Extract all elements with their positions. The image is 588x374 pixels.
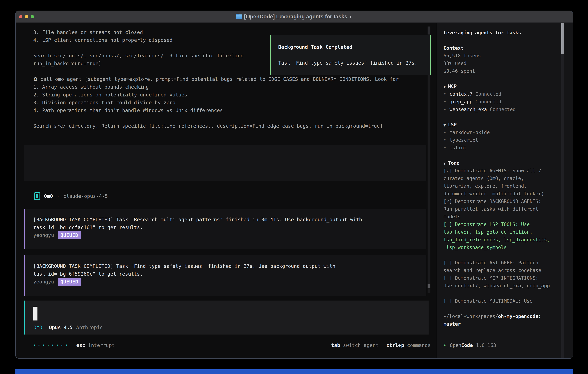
todo-line: [ ] Demonstrate MULTIMODAL: Use [443,297,573,305]
main-scrollbar-top-segment [428,27,430,34]
session-title: Leveraging agents for tasks [443,29,573,37]
context-header: Context [443,44,573,52]
text-cursor [33,307,37,321]
todo-line: [ ] Demonstrate AST-GREP: Pattern [443,259,573,267]
mcp-item: •context7Connected [443,90,573,98]
todo-line: Use context7, websearch_exa, grep_app [443,282,573,290]
model-provider: Anthropic [76,323,103,331]
context-tokens: 66,518 tokens [443,52,573,60]
bullet-icon: • [443,91,446,97]
activity-dots: •••••••• [33,341,70,349]
tab-key-hint: tab [331,341,340,349]
agent-header: OmO · claude-opus-4-5 [34,192,437,200]
todo-line: lsp_hover, lsp_goto_definition, [443,228,573,236]
task-user: yeongyu [33,278,54,286]
todo-line: [✓] Demonstrate BACKGROUND AGENTS: [443,197,573,205]
oracle-nav-hint: ctrl+x right, ctrl+x left to navigate be… [33,168,426,176]
mcp-list: •context7Connected •grep_appConnected •w… [443,90,573,113]
bullet-icon: • [443,137,446,143]
terminal-line: 1. Array access without bounds checking [33,83,437,91]
status-dot-icon: • [443,342,446,349]
todo-line: document-writer, multimodal-looker) [443,190,573,197]
agent-model: claude-opus-4-5 [63,192,108,200]
mcp-item: •grep_appConnected [443,98,573,105]
task-user: yeongyu [33,231,54,239]
window-title: [OpenCode] Leveraging agents for tasks ◐ [236,14,352,20]
active-agent: OmO [33,323,42,331]
ctrlp-key-hint: ctrl+p [386,341,404,349]
prompt-input[interactable]: OmO Opus 4.5 Anthropic [24,301,429,334]
main-scrollbar-thumb[interactable] [428,284,430,288]
agent-name: OmO [44,192,53,200]
status-bar: •••••••• esc interrupt tab switch agent … [33,341,431,349]
gear-icon: ⚙ [33,75,38,83]
mcp-item: •websearch_exaConnected [443,105,573,113]
lsp-item: •typescript [443,136,573,144]
bullet-icon: • [443,145,446,151]
active-model: Opus 4.5 [49,323,73,331]
lsp-section-header[interactable]: ▼LSP [443,121,573,129]
todo-line: lsp_workspace_symbols [443,244,573,251]
titlebar: [OpenCode] Leveraging agents for tasks ◐ [16,11,573,22]
todo-line: models [443,213,573,220]
terminal-line: 4. Path operations that don't handle Win… [33,106,437,114]
queued-badge: QUEUED [58,278,81,286]
toast-title: Background Task Completed [278,43,430,51]
desktop: [OpenCode] Leveraging agents for tasks ◐… [0,0,588,374]
traffic-lights [19,11,34,22]
oracle-task-title: ◉ Oracle Task "Deep architecture review" [33,153,426,160]
app-version: • OpenCode 1.0.163 [443,342,496,349]
todo-list: [✓] Demonstrate AGENTS: Show all 7 curat… [443,167,573,305]
queued-badge: QUEUED [58,231,81,239]
todo-line [443,290,573,297]
sidebar-scrollbar-thumb[interactable] [561,23,564,54]
todo-line [443,251,573,259]
todo-section-header[interactable]: ▼Todo [443,159,573,167]
chevron-down-icon: ▼ [443,161,446,166]
lsp-list: •markdown-oxide •typescript •eslint [443,129,573,152]
half-moon-icon: ◐ [349,14,352,20]
agent-cursor-icon [34,192,40,200]
mcp-section-header[interactable]: ▼MCP [443,83,573,90]
zoom-button[interactable] [31,15,34,18]
lsp-item: •eslint [443,144,573,152]
sidebar-scrollbar[interactable] [561,22,564,358]
chevron-down-icon: ▼ [443,123,446,127]
background-task-message: [BACKGROUND TASK COMPLETED] Task "Find t… [24,255,426,296]
git-branch: master [443,320,573,328]
todo-line: lsp_find_references, lsp_diagnostics, [443,236,573,244]
terminal-line [33,114,437,122]
context-used: 33% used [443,60,573,67]
task-message-line1: [BACKGROUND TASK COMPLETED] Task "Find t… [33,262,426,270]
tool-call-line: ⚙ call_omo_agent [subagent_type=explore,… [33,75,437,83]
bullet-icon: • [443,107,446,112]
lsp-item: •markdown-oxide [443,129,573,136]
esc-key-hint: esc [76,341,85,349]
background-task-message: [BACKGROUND TASK COMPLETED] Task "Resear… [24,209,426,249]
task-message-line1: [BACKGROUND TASK COMPLETED] Task "Resear… [33,216,426,223]
opencode-window: [OpenCode] Leveraging agents for tasks ◐… [15,10,573,359]
todo-line: [ ] Demonstrate MCP INTEGRATIONS: [443,274,573,282]
terminal-line: 3. Division operations that could divide… [33,99,437,106]
close-button[interactable] [19,15,22,18]
workspace-path: ~/local-workspaces/oh-my-opencode: [443,312,573,320]
assistant-output-block: 1. Array access without bounds checking2… [16,83,437,130]
chevron-down-icon: ▼ [443,85,446,89]
todo-line: [✓] Demonstrate AGENTS: Show all 7 [443,167,573,175]
window-title-text: [OpenCode] Leveraging agents for tasks [244,14,347,20]
context-spent: $0.46 spent [443,67,573,75]
task-message-line2: task_id="bg_6f59260c" to get results. [33,270,426,278]
desktop-bottom-strip [15,369,573,374]
bullet-icon: • [443,99,446,104]
todo-line: curated agents (OmO, oracle, [443,175,573,182]
todo-line: [ ] Demonstrate LSP TOOLS: Use [443,220,573,228]
todo-line: librarian, explore, frontend, [443,182,573,190]
toast-body: Task "Find type safety issues" finished … [278,59,430,67]
model-indicator: OmO Opus 4.5 Anthropic [33,323,429,331]
background-task-toast[interactable]: Background Task Completed Task "Find typ… [270,35,431,75]
bullet-icon: • [443,130,446,135]
minimize-button[interactable] [25,15,28,18]
terminal-line: 2. String operations on potentially unde… [33,91,437,99]
task-message-line2: task_id="bg_dcfac161" to get results. [33,223,426,231]
oracle-task-box: ◉ Oracle Task "Deep architecture review"… [24,145,426,181]
